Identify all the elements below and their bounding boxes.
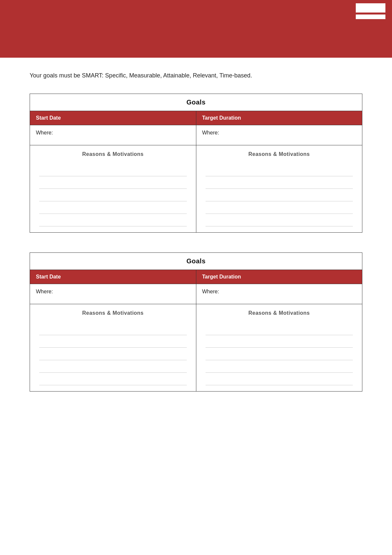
table2-line-left-4[interactable] (39, 360, 187, 373)
table1-line-left-4[interactable] (39, 201, 187, 214)
goals-table-2: Goals Start Date Target Duration Where: … (30, 252, 362, 392)
table2-line-right-2[interactable] (206, 335, 353, 348)
table2-where-row: Where: Where: (30, 284, 362, 304)
table2-where-left[interactable]: Where: (30, 284, 196, 304)
table2-header-row: Start Date Target Duration (30, 270, 362, 284)
table1-header-row: Start Date Target Duration (30, 111, 362, 125)
goals-table-1: Goals Start Date Target Duration Where: … (30, 94, 362, 233)
table1-line-right-2[interactable] (206, 176, 353, 189)
table1-line-right-4[interactable] (206, 201, 353, 214)
table2-write-lines-left (36, 323, 190, 385)
logo-bar-top (356, 3, 385, 13)
table2-where-right[interactable]: Where: (196, 284, 362, 304)
table2-motivations-label-left: Reasons & Motivations (36, 310, 190, 316)
table1-line-right-5[interactable] (206, 214, 353, 226)
table1-col2-header: Target Duration (196, 111, 362, 125)
table1-where-left[interactable]: Where: (30, 125, 196, 145)
table1-motivations-left: Reasons & Motivations (30, 145, 196, 232)
table1-col1-header: Start Date (30, 111, 196, 125)
table1-line-left-5[interactable] (39, 214, 187, 226)
table2-line-right-4[interactable] (206, 360, 353, 373)
table1-motivations-label-right: Reasons & Motivations (202, 151, 356, 157)
table1-line-right-1[interactable] (206, 164, 353, 176)
table2-title-row: Goals (30, 253, 362, 270)
table2-line-left-1[interactable] (39, 323, 187, 335)
table1-line-left-3[interactable] (39, 189, 187, 201)
logo-bar-bottom (356, 15, 385, 19)
table2-line-right-3[interactable] (206, 348, 353, 360)
table2-col1-header: Start Date (30, 270, 196, 284)
table2-motivations-label-right: Reasons & Motivations (202, 310, 356, 316)
table1-title: Goals (186, 99, 206, 106)
table1-motivations-right: Reasons & Motivations (196, 145, 362, 232)
table1-where-right[interactable]: Where: (196, 125, 362, 145)
table2-write-lines-right (202, 323, 356, 385)
table2-motivations-left: Reasons & Motivations (30, 304, 196, 391)
table2-col2-header: Target Duration (196, 270, 362, 284)
table1-line-left-1[interactable] (39, 164, 187, 176)
table1-where-row: Where: Where: (30, 125, 362, 145)
logo-area (356, 3, 385, 19)
table1-motivations-row: Reasons & Motivations Reasons & Motivati… (30, 145, 362, 232)
table2-line-right-1[interactable] (206, 323, 353, 335)
main-content: Your goals must be SMART: Specific, Meas… (0, 58, 392, 431)
table2-line-left-3[interactable] (39, 348, 187, 360)
table1-title-row: Goals (30, 94, 362, 111)
table1-write-lines-right (202, 164, 356, 226)
table2-motivations-row: Reasons & Motivations Reasons & Motivati… (30, 304, 362, 391)
table2-line-left-2[interactable] (39, 335, 187, 348)
table1-write-lines-left (36, 164, 190, 226)
table2-line-right-5[interactable] (206, 373, 353, 385)
table1-line-right-3[interactable] (206, 189, 353, 201)
page-header (0, 0, 392, 58)
intro-text: Your goals must be SMART: Specific, Meas… (30, 71, 362, 80)
table1-line-left-2[interactable] (39, 176, 187, 189)
table2-line-left-5[interactable] (39, 373, 187, 385)
table2-title: Goals (186, 257, 206, 265)
table1-motivations-label-left: Reasons & Motivations (36, 151, 190, 157)
table2-motivations-right: Reasons & Motivations (196, 304, 362, 391)
